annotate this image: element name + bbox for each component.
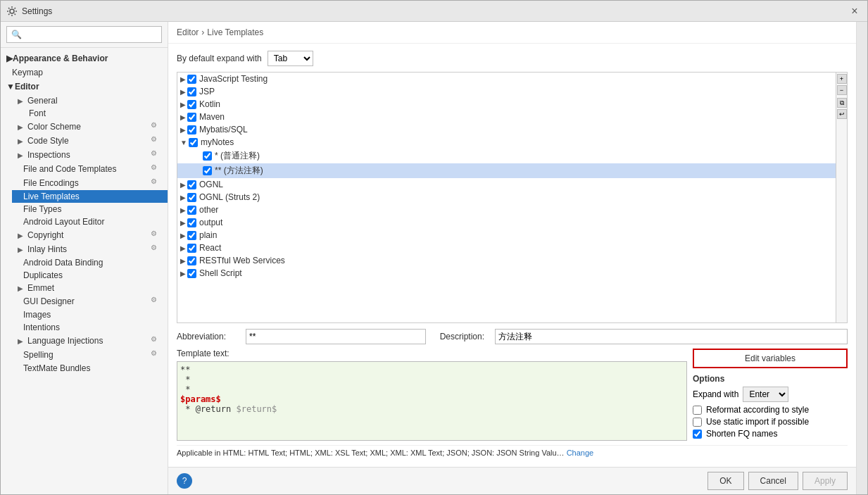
dialog-buttons-right: OK Cancel Apply xyxy=(707,472,848,490)
svg-point-0 xyxy=(10,9,14,13)
live-templates-label: Live Templates xyxy=(23,192,80,201)
settings-window: Settings × ▶ Appearance & Behavior Keyma… xyxy=(0,0,868,495)
static-import-checkbox[interactable] xyxy=(693,418,702,427)
group-react[interactable]: ▶ React xyxy=(177,242,836,254)
output-label: output xyxy=(199,218,222,227)
single-star-checkbox[interactable] xyxy=(203,151,212,161)
code-style-label: Code Style xyxy=(27,136,69,146)
expand-with-option-select[interactable]: Enter Tab Space xyxy=(743,387,788,402)
sidebar-item-emmet[interactable]: ▶ Emmet xyxy=(12,282,168,294)
sidebar-item-gui-designer[interactable]: GUI Designer ⚙ xyxy=(12,294,168,308)
sidebar-item-textmate[interactable]: TextMate Bundles xyxy=(12,362,168,375)
group-ognl[interactable]: ▶ OGNL xyxy=(177,178,836,191)
group-restful[interactable]: ▶ RESTful Web Services xyxy=(177,254,836,267)
scroll-up-button[interactable]: + xyxy=(837,74,847,84)
sidebar-item-android-layout[interactable]: Android Layout Editor xyxy=(12,215,168,228)
kotlin-label: Kotlin xyxy=(199,99,220,109)
sidebar-item-file-templates[interactable]: File and Code Templates ⚙ xyxy=(12,162,168,176)
ok-button[interactable]: OK xyxy=(707,472,743,490)
copyright-settings-icon: ⚙ xyxy=(151,230,162,241)
mynotes-label: myNotes xyxy=(201,137,234,147)
sidebar-item-images[interactable]: Images xyxy=(12,308,168,321)
close-button[interactable]: × xyxy=(848,4,862,18)
reformat-row: Reformat according to style xyxy=(693,405,848,415)
template-item-double-star[interactable]: ** (方法注释) xyxy=(177,163,836,178)
abbreviation-input[interactable] xyxy=(246,329,426,344)
edit-variables-button[interactable]: Edit variables xyxy=(693,349,848,368)
other-checkbox[interactable] xyxy=(187,206,196,215)
js-testing-checkbox[interactable] xyxy=(187,75,196,84)
sidebar-item-editor[interactable]: ▼ Editor xyxy=(1,79,168,94)
group-kotlin[interactable]: ▶ Kotlin xyxy=(177,98,836,111)
group-shell[interactable]: ▶ Shell Script xyxy=(177,267,836,280)
sidebar-item-language-injections[interactable]: ▶ Language Injections ⚙ xyxy=(12,334,168,348)
sidebar-item-copyright[interactable]: ▶ Copyright ⚙ xyxy=(12,228,168,242)
jsp-label: JSP xyxy=(199,87,215,96)
sidebar-item-code-style[interactable]: ▶ Code Style ⚙ xyxy=(12,134,168,148)
sidebar-item-android-data[interactable]: Android Data Binding xyxy=(12,256,168,269)
undo-button[interactable]: ↩ xyxy=(837,109,847,119)
main-content: ▶ Appearance & Behavior Keymap ▼ Editor … xyxy=(1,22,867,494)
copy-button[interactable]: ⧉ xyxy=(837,98,847,108)
group-other[interactable]: ▶ other xyxy=(177,203,836,216)
mynotes-checkbox[interactable] xyxy=(189,138,198,147)
double-star-checkbox[interactable] xyxy=(203,166,212,175)
apply-button[interactable]: Apply xyxy=(803,472,848,490)
other-arrow: ▶ xyxy=(180,206,186,214)
sidebar-item-inspections[interactable]: ▶ Inspections ⚙ xyxy=(12,148,168,162)
group-ognl-struts[interactable]: ▶ OGNL (Struts 2) xyxy=(177,191,836,203)
nav-tree: ▶ Appearance & Behavior Keymap ▼ Editor … xyxy=(1,48,168,494)
sidebar-item-color-scheme[interactable]: ▶ Color Scheme ⚙ xyxy=(12,120,168,134)
help-button[interactable]: ? xyxy=(177,473,192,489)
sidebar-item-font[interactable]: Font xyxy=(12,107,168,120)
restful-checkbox[interactable] xyxy=(187,256,196,265)
applicable-change-link[interactable]: Change xyxy=(567,449,594,457)
sidebar-item-duplicates[interactable]: Duplicates xyxy=(12,269,168,282)
cancel-button[interactable]: Cancel xyxy=(748,472,798,490)
ognl-struts-arrow: ▶ xyxy=(180,194,186,201)
single-star-label: * (普通注释) xyxy=(215,150,260,162)
template-item-single-star[interactable]: * (普通注释) xyxy=(177,149,836,163)
group-mybatis[interactable]: ▶ Mybatis/SQL xyxy=(177,123,836,136)
sidebar-item-general[interactable]: ▶ General xyxy=(12,94,168,107)
group-javascript-testing[interactable]: ▶ JavaScript Testing xyxy=(177,73,836,85)
react-checkbox[interactable] xyxy=(187,244,196,253)
bottom-section: Abbreviation: Description: Template text… xyxy=(177,329,848,460)
group-output[interactable]: ▶ output xyxy=(177,216,836,229)
sidebar-item-inlay-hints[interactable]: ▶ Inlay Hints ⚙ xyxy=(12,242,168,256)
mybatis-checkbox[interactable] xyxy=(187,125,196,134)
scroll-down-button[interactable]: − xyxy=(837,85,847,95)
shorten-fq-checkbox[interactable] xyxy=(693,430,702,439)
plain-checkbox[interactable] xyxy=(187,231,196,240)
group-jsp[interactable]: ▶ JSP xyxy=(177,85,836,98)
settings-icon xyxy=(6,6,18,17)
maven-checkbox[interactable] xyxy=(187,113,196,122)
ognl-struts-checkbox[interactable] xyxy=(187,193,196,202)
group-plain[interactable]: ▶ plain xyxy=(177,229,836,242)
search-input[interactable] xyxy=(6,26,162,43)
sidebar-item-spelling[interactable]: Spelling ⚙ xyxy=(12,348,168,362)
sidebar-item-file-encodings[interactable]: File Encodings ⚙ xyxy=(12,176,168,190)
description-label: Description: xyxy=(440,332,489,342)
sidebar-item-intentions[interactable]: Intentions xyxy=(12,321,168,334)
group-mynotes[interactable]: ▼ myNotes xyxy=(177,136,836,149)
expand-arrow-appearance: ▶ xyxy=(6,54,13,63)
sidebar-item-keymap[interactable]: Keymap xyxy=(1,66,168,79)
sidebar-item-live-templates[interactable]: Live Templates xyxy=(12,190,168,203)
sidebar-item-appearance[interactable]: ▶ Appearance & Behavior xyxy=(1,51,168,66)
reformat-label: Reformat according to style xyxy=(706,405,809,415)
inspections-settings-icon: ⚙ xyxy=(151,149,162,161)
jsp-checkbox[interactable] xyxy=(187,87,196,96)
output-checkbox[interactable] xyxy=(187,218,196,227)
template-text-area[interactable]: ** * * $params$ * @return $return$ xyxy=(177,361,687,441)
kotlin-checkbox[interactable] xyxy=(187,100,196,109)
sidebar-item-file-types[interactable]: File Types xyxy=(12,203,168,215)
options-panel: Options Expand with Enter Tab Space xyxy=(693,374,848,441)
inlay-hints-settings-icon: ⚙ xyxy=(151,244,162,255)
reformat-checkbox[interactable] xyxy=(693,406,702,415)
shell-checkbox[interactable] xyxy=(187,269,196,278)
description-input[interactable] xyxy=(495,329,848,344)
ognl-checkbox[interactable] xyxy=(187,180,196,189)
group-maven[interactable]: ▶ Maven xyxy=(177,111,836,123)
expand-with-select[interactable]: Tab Enter Space xyxy=(268,51,313,66)
